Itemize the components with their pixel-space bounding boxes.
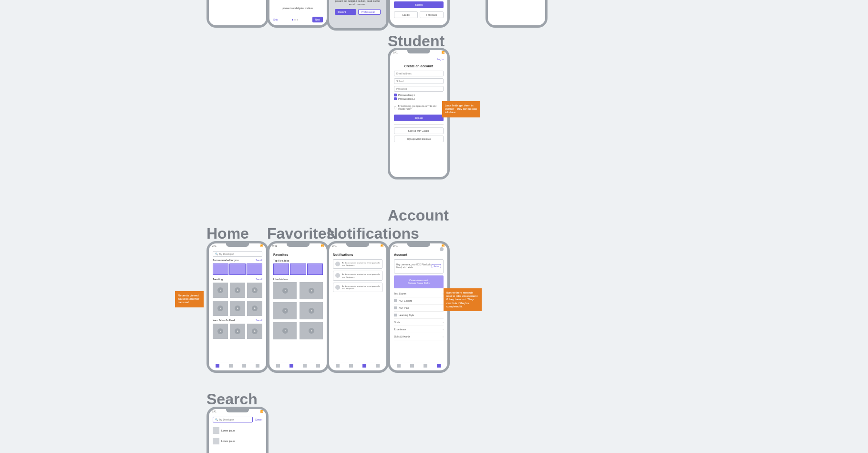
submit-button[interactable]: Submit <box>394 1 444 8</box>
gear-icon[interactable] <box>440 247 444 251</box>
tab-account-icon[interactable] <box>316 364 320 368</box>
tab-home-icon[interactable] <box>397 364 401 368</box>
school-feed-label: Your School's Feed <box>213 319 235 322</box>
google-signup-button[interactable]: Sign up with Google <box>394 127 444 134</box>
password-field[interactable]: Password <box>394 86 444 92</box>
phone-search: 9:41📶 🔍Try Developer Cancel Lorem Ipsum … <box>207 407 269 453</box>
phone-student-signup: 9:41📶 Log in Create an account Email add… <box>388 48 450 179</box>
heading-favorites: Favorites <box>267 225 335 242</box>
pw-req-2: Password req 2 <box>398 97 415 100</box>
phone-account: 9:41📶 Account Hey username, your GCD Pla… <box>388 241 450 373</box>
tab-favorites-icon[interactable] <box>229 364 233 368</box>
search-result[interactable]: Lorem Ipsum <box>213 436 262 446</box>
onboard-text-2: present aut deligatur multum, quod mentu… <box>333 0 382 6</box>
list-act-plan[interactable]: ACT Plan <box>394 305 444 312</box>
tab-account-icon[interactable] <box>256 364 259 368</box>
banner-button[interactable]: Button <box>432 264 441 268</box>
pw-req-1: Password req 1 <box>398 94 415 96</box>
list-test-scores[interactable]: Test Scores› <box>394 290 444 297</box>
tab-favorites-icon[interactable] <box>410 364 414 368</box>
search-input[interactable]: 🔍Try Developer <box>213 417 253 422</box>
email-field[interactable]: Email address <box>394 71 444 76</box>
signup-title: Create an account <box>394 64 444 68</box>
phone-blank <box>486 0 548 28</box>
phone-favorites: 9:41📶 Favorites Top Five Jobs Liked vide… <box>267 241 329 373</box>
list-learning-style[interactable]: Learning Style <box>394 312 444 319</box>
heading-account: Account <box>388 207 449 224</box>
facebook-button[interactable]: Facebook <box>420 11 444 18</box>
sticky-account: Banner here reminds user to take Assessm… <box>444 288 482 311</box>
notification-item[interactable]: An do occaecata praeiunt ad enim ipsum o… <box>333 259 382 269</box>
liked-label: Liked videos <box>273 278 323 281</box>
trending-label: Trending <box>213 278 223 281</box>
phone-notifications: 9:41📶 Notifications An do occaecata prae… <box>327 241 389 373</box>
heading-search: Search <box>207 390 258 408</box>
phone-onboard-1: present aut deligatur multum. Skip Next <box>267 0 329 28</box>
trending-card[interactable] <box>213 283 228 298</box>
signup-button[interactable]: Sign up <box>394 115 444 121</box>
list-act-explore[interactable]: ACT Explore <box>394 297 444 305</box>
next-button[interactable]: Next <box>312 17 323 22</box>
rec-card[interactable] <box>247 263 262 275</box>
phone-home: 9:41📶 🔍Try Developer Recommended for you… <box>207 241 269 373</box>
tab-account-icon[interactable] <box>437 364 441 368</box>
search-result[interactable]: Lorem Ipsum <box>213 425 262 436</box>
student-button[interactable]: Student <box>335 9 356 15</box>
onboard-text: present aut deligatur multum. <box>273 7 323 10</box>
rec-label: Recommended for you <box>213 259 238 262</box>
tab-home-icon[interactable] <box>216 364 219 368</box>
tab-home-icon[interactable] <box>336 364 340 368</box>
notification-item[interactable]: An do occaecata praeiunt ad enim ipsum o… <box>333 283 382 292</box>
tab-notifications-icon[interactable] <box>303 364 307 368</box>
list-experience[interactable]: Experience› <box>394 326 444 333</box>
tab-favorites-icon[interactable] <box>289 364 293 368</box>
notifications-title: Notifications <box>333 253 382 256</box>
tab-account-icon[interactable] <box>376 364 380 368</box>
topfive-label: Top Five Jobs <box>273 259 323 262</box>
cancel-link[interactable]: Cancel <box>255 418 262 421</box>
tabbar <box>211 362 264 369</box>
google-button[interactable]: Google <box>394 11 418 18</box>
phone-signup-generic: Submit Google Facebook <box>388 0 450 28</box>
rec-card[interactable] <box>229 263 245 275</box>
sticky-school: Less fields get them in quicker - they c… <box>442 101 480 117</box>
assessment-banner[interactable]: Career Assessment Discover Career Paths <box>394 275 444 289</box>
search-input-home[interactable]: 🔍Try Developer <box>213 251 262 257</box>
favorites-title: Favorites <box>273 253 323 256</box>
login-link[interactable]: Log in <box>394 58 444 61</box>
tab-notifications-icon[interactable] <box>362 364 366 368</box>
notification-item[interactable]: An do occaecata praeiunt ad enim ipsum o… <box>333 271 382 280</box>
list-skills[interactable]: Skills & Awards› <box>394 333 444 340</box>
phone-onboard-2: present aut deligatur multum, quod mentu… <box>327 0 389 31</box>
account-title: Account <box>394 253 444 256</box>
tab-favorites-icon[interactable] <box>349 364 353 368</box>
rec-card[interactable] <box>213 263 228 275</box>
school-field[interactable]: School <box>394 78 444 84</box>
tab-notifications-icon[interactable] <box>242 364 246 368</box>
seeall-link[interactable]: See all <box>256 259 262 262</box>
list-goals[interactable]: Goals› <box>394 319 444 326</box>
tab-home-icon[interactable] <box>276 364 280 368</box>
heading-home: Home <box>207 225 249 242</box>
terms-text: By continuing, you agree to our T&s and … <box>398 105 444 111</box>
skip-link[interactable]: Skip <box>273 18 278 21</box>
phone-splash <box>207 0 269 28</box>
avatar-icon <box>335 262 340 266</box>
banner-profile: Hey username, your GCD Plan looks bland,… <box>394 259 444 274</box>
facebook-signup-button[interactable]: Sign up with Facebook <box>394 136 444 142</box>
tab-notifications-icon[interactable] <box>424 364 427 368</box>
professional-button[interactable]: Professional <box>358 9 381 15</box>
sticky-home: Recently viewed could be another carouse… <box>175 291 204 307</box>
heading-notifications: Notifications <box>327 225 419 242</box>
